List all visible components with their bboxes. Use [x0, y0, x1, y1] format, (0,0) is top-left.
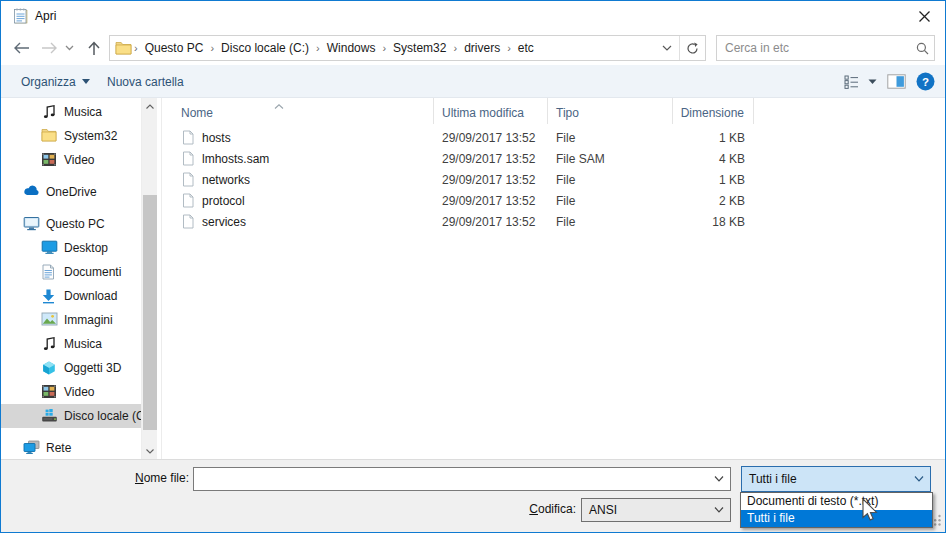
file-size-cell: 18 KB [673, 215, 754, 229]
computer-icon [23, 216, 39, 232]
encoding-combobox[interactable]: ANSI [581, 498, 731, 522]
sidebar-item-label: OneDrive [46, 185, 97, 199]
filetype-combobox[interactable]: Tutti i file [741, 466, 931, 492]
column-header-nome[interactable]: Nome [162, 98, 434, 124]
file-modified-cell: 29/09/2017 13:52 [434, 131, 548, 145]
sidebar-item-video[interactable]: Video [1, 380, 141, 404]
sidebar-item-label: Rete [46, 441, 71, 455]
film-icon [41, 384, 57, 400]
sidebar-item-label: Musica [64, 105, 102, 119]
file-name-cell: networks [162, 172, 434, 187]
search-icon[interactable] [910, 42, 934, 55]
column-header-tipo[interactable]: Tipo [548, 98, 673, 124]
sidebar-item-questo-pc[interactable]: Questo PC [1, 212, 141, 236]
sidebar-item-onedrive[interactable]: OneDrive [1, 180, 141, 204]
close-button[interactable] [911, 5, 937, 27]
file-modified-cell: 29/09/2017 13:52 [434, 215, 548, 229]
column-header-label: Ultima modifica [442, 106, 524, 120]
address-bar[interactable]: ›Questo PC›Disco locale (C:)›Windows›Sys… [109, 35, 706, 61]
chevron-down-icon[interactable] [708, 476, 730, 482]
address-dropdown-chevron[interactable] [655, 36, 679, 60]
file-name-cell: services [162, 214, 434, 229]
scroll-up-icon[interactable] [142, 98, 158, 114]
sidebar-item-rete[interactable]: Rete [1, 436, 141, 459]
filetype-option[interactable]: Tutti i file [741, 510, 932, 527]
breadcrumb-item[interactable]: Questo PC [139, 41, 210, 55]
file-size-cell: 4 KB [673, 152, 754, 166]
file-name: services [202, 215, 246, 229]
file-list-pane: NomeUltima modificaTipoDimensione hosts2… [162, 98, 945, 459]
new-folder-button[interactable]: Nuova cartella [99, 65, 192, 98]
sidebar-item-documenti[interactable]: Documenti [1, 260, 141, 284]
table-row[interactable]: lmhosts.sam29/09/2017 13:52File SAM4 KB [162, 148, 945, 169]
sidebar-item-label: Questo PC [46, 217, 105, 231]
search-input[interactable] [717, 41, 910, 55]
table-row[interactable]: protocol29/09/2017 13:52File2 KB [162, 190, 945, 211]
filetype-option[interactable]: Documenti di testo (*.txt) [741, 493, 932, 510]
mouse-cursor [861, 498, 879, 527]
sidebar-item-oggetti-3d[interactable]: Oggetti 3D [1, 356, 141, 380]
search-box[interactable] [716, 35, 935, 61]
forward-button[interactable] [38, 37, 60, 59]
file-type-cell: File [548, 173, 673, 187]
file-rows: hosts29/09/2017 13:52File1 KBlmhosts.sam… [162, 127, 945, 232]
sidebar-item-label: Documenti [64, 265, 121, 279]
sidebar-item-disco-locale-c-[interactable]: Disco locale (C:) [1, 404, 141, 428]
file-name: networks [202, 173, 250, 187]
recent-locations-chevron[interactable] [62, 37, 76, 59]
table-row[interactable]: services29/09/2017 13:52File18 KB [162, 211, 945, 232]
preview-pane-button[interactable] [887, 74, 906, 89]
refresh-icon[interactable] [679, 36, 705, 60]
main-area: MusicaSystem32VideoOneDriveQuesto PCDesk… [1, 98, 945, 459]
sidebar-item-label: Video [64, 153, 94, 167]
sidebar-item-download[interactable]: Download [1, 284, 141, 308]
file-name: protocol [202, 194, 245, 208]
sidebar-item-musica[interactable]: Musica [1, 332, 141, 356]
blank-file-icon [181, 193, 195, 208]
music-note-icon [41, 104, 57, 120]
breadcrumb-item[interactable]: Windows [321, 41, 382, 55]
blank-file-icon [181, 172, 195, 187]
up-button[interactable] [83, 37, 105, 59]
sidebar-item-desktop[interactable]: Desktop [1, 236, 141, 260]
file-type-cell: File SAM [548, 152, 673, 166]
column-header-dimensione[interactable]: Dimensione [673, 98, 754, 124]
table-row[interactable]: networks29/09/2017 13:52File1 KB [162, 169, 945, 190]
table-row[interactable]: hosts29/09/2017 13:52File1 KB [162, 127, 945, 148]
sidebar-item-musica[interactable]: Musica [1, 100, 141, 124]
column-header-ultima-modifica[interactable]: Ultima modifica [434, 98, 548, 124]
command-toolbar: Organizza Nuova cartella ? [1, 65, 945, 98]
svg-text:?: ? [922, 76, 929, 88]
breadcrumb-item[interactable]: etc [512, 41, 540, 55]
breadcrumb-item[interactable]: Disco locale (C:) [215, 41, 315, 55]
open-dialog-window: Apri ›Questo PC›Disco locale (C:)›Window… [0, 0, 946, 533]
filename-input[interactable] [194, 468, 708, 490]
music-note-icon [41, 336, 57, 352]
help-icon[interactable]: ? [916, 72, 935, 91]
scroll-down-icon[interactable] [142, 443, 158, 459]
view-mode-button[interactable] [844, 75, 877, 89]
sidebar-item-system32[interactable]: System32 [1, 124, 141, 148]
film-icon [41, 152, 57, 168]
column-headers: NomeUltima modificaTipoDimensione [162, 98, 754, 124]
scrollbar-thumb[interactable] [143, 195, 157, 430]
file-name: hosts [202, 131, 231, 145]
sort-up-icon [274, 98, 284, 112]
folder-icon [41, 128, 57, 144]
file-size-cell: 1 KB [673, 131, 754, 145]
column-header-label: Dimensione [681, 106, 744, 120]
sidebar-item-immagini[interactable]: Immagini [1, 308, 141, 332]
sidebar-item-video[interactable]: Video [1, 148, 141, 172]
cube-icon [41, 360, 57, 376]
blank-file-icon [181, 214, 195, 229]
sidebar-scrollbar[interactable] [141, 98, 157, 459]
filename-combobox[interactable] [193, 467, 731, 491]
file-modified-cell: 29/09/2017 13:52 [434, 152, 548, 166]
breadcrumb-item[interactable]: drivers [458, 41, 506, 55]
breadcrumb-item[interactable]: System32 [387, 41, 452, 55]
cloud-icon [23, 184, 39, 200]
file-name-cell: lmhosts.sam [162, 151, 434, 166]
organize-button[interactable]: Organizza [13, 65, 98, 98]
filetype-dropdown-list: Documenti di testo (*.txt)Tutti i file [740, 492, 933, 528]
back-button[interactable] [10, 37, 32, 59]
